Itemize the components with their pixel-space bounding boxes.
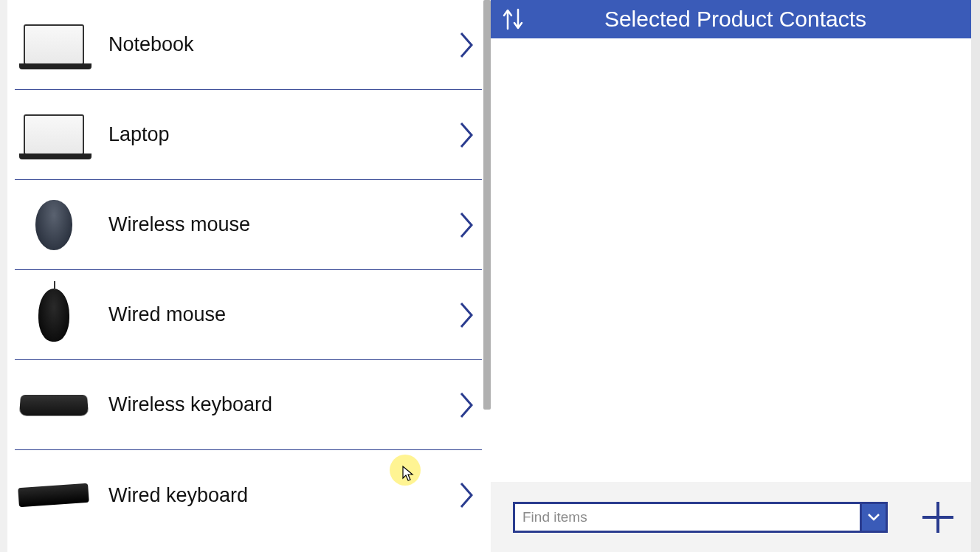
contacts-panel: Selected Product Contacts <box>491 0 980 552</box>
product-row-wireless-keyboard[interactable]: Wireless keyboard <box>15 360 482 450</box>
right-scroll-track <box>971 0 980 552</box>
product-row-wired-keyboard[interactable]: Wired keyboard <box>15 450 482 540</box>
product-label: Wired keyboard <box>92 484 456 507</box>
find-items-input[interactable] <box>513 502 860 533</box>
product-label: Wireless keyboard <box>92 393 456 416</box>
plus-icon <box>919 499 956 536</box>
product-row-wired-mouse[interactable]: Wired mouse <box>15 270 482 360</box>
chevron-right-icon <box>456 30 478 60</box>
contacts-body <box>491 38 980 482</box>
notebook-thumb <box>15 8 92 82</box>
product-list-panel: Notebook Laptop Wireless mouse Wired mou… <box>7 0 491 552</box>
wireless-keyboard-thumb <box>15 368 92 442</box>
wireless-mouse-thumb <box>15 188 92 262</box>
chevron-right-icon <box>456 120 478 150</box>
wired-keyboard-thumb <box>15 458 92 532</box>
wired-mouse-thumb <box>15 278 92 352</box>
product-row-laptop[interactable]: Laptop <box>15 90 482 180</box>
app-root: Notebook Laptop Wireless mouse Wired mou… <box>0 0 980 552</box>
find-items-dropdown-button[interactable] <box>860 502 888 533</box>
chevron-right-icon <box>456 390 478 420</box>
chevron-right-icon <box>456 210 478 240</box>
contacts-title: Selected Product Contacts <box>535 7 980 32</box>
product-label: Wireless mouse <box>92 213 456 236</box>
product-row-notebook[interactable]: Notebook <box>15 0 482 90</box>
product-row-wireless-mouse[interactable]: Wireless mouse <box>15 180 482 270</box>
bottom-toolbar <box>491 482 980 552</box>
contacts-header: Selected Product Contacts <box>491 0 980 38</box>
laptop-thumb <box>15 98 92 172</box>
product-label: Laptop <box>92 123 456 146</box>
chevron-right-icon <box>456 300 478 330</box>
left-gutter <box>0 0 7 552</box>
chevron-right-icon <box>456 480 478 510</box>
product-list: Notebook Laptop Wireless mouse Wired mou… <box>7 0 491 540</box>
add-button[interactable] <box>917 497 958 537</box>
sort-arrows-icon <box>502 7 524 32</box>
product-label: Notebook <box>92 33 456 56</box>
product-label: Wired mouse <box>92 303 456 326</box>
sort-button[interactable] <box>491 7 535 32</box>
chevron-down-icon <box>867 513 880 522</box>
find-items-combo[interactable] <box>513 502 888 533</box>
scrollbar-thumb[interactable] <box>483 0 491 410</box>
